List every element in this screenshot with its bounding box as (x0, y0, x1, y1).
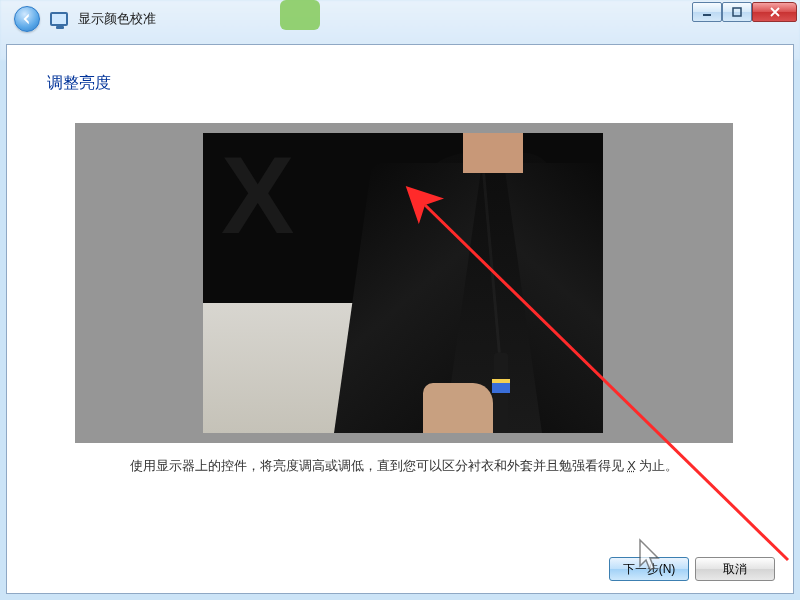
back-button[interactable] (14, 6, 40, 32)
wizard-content: 调整亮度 X 使用显示器上的控件，将亮度调高或调低，直到您可以区分衬衣和外套并且… (6, 44, 794, 594)
minimize-button[interactable] (692, 2, 722, 22)
maximize-button[interactable] (722, 2, 752, 22)
arrow-left-icon (20, 12, 34, 26)
monitor-icon (50, 12, 68, 26)
wizard-header: 显示颜色校准 (0, 0, 800, 38)
svg-rect-1 (733, 8, 741, 16)
close-button[interactable] (752, 2, 797, 22)
window-controls (692, 2, 797, 22)
calibration-image: X (203, 133, 603, 433)
instruction-text: 使用显示器上的控件，将亮度调高或调低，直到您可以区分衬衣和外套并且勉强看得见 X… (75, 457, 733, 475)
calibration-image-frame: X (75, 123, 733, 443)
header-title: 显示颜色校准 (78, 10, 156, 28)
svg-rect-0 (703, 14, 711, 16)
wizard-footer: 下一步(N) 取消 (609, 557, 775, 581)
cancel-button[interactable]: 取消 (695, 557, 775, 581)
page-title: 调整亮度 (7, 45, 793, 94)
calibration-x-mark: X (221, 151, 294, 239)
next-button[interactable]: 下一步(N) (609, 557, 689, 581)
